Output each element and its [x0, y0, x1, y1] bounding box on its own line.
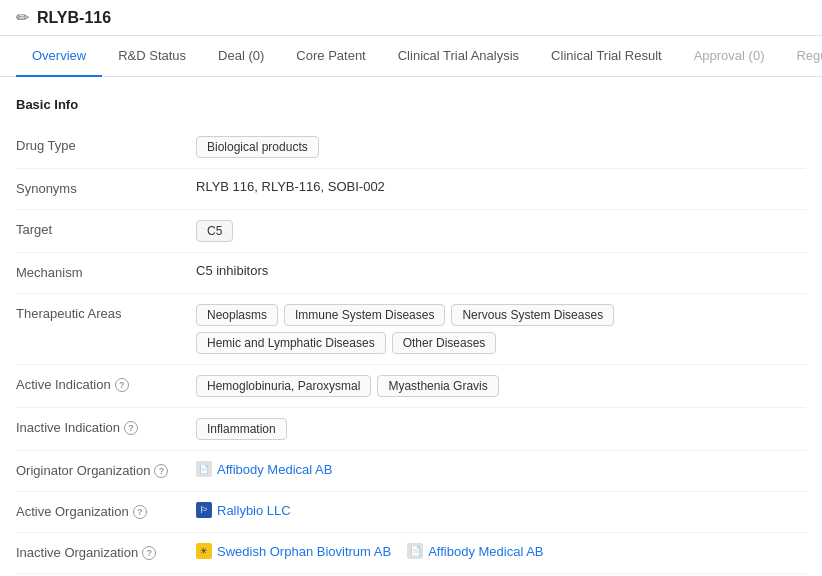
tag-hemic-lymphatic-diseases: Hemic and Lymphatic Diseases [196, 332, 386, 354]
value-inactive-org: ✳ Swedish Orphan Biovitrum AB 📄 Affibody… [196, 543, 806, 559]
tag-inflammation: Inflammation [196, 418, 287, 440]
info-icon-originator-org[interactable]: ? [154, 464, 168, 478]
tab-bar: Overview R&D Status Deal (0) Core Patent… [0, 36, 822, 77]
tab-clinical-trial-analysis[interactable]: Clinical Trial Analysis [382, 36, 535, 77]
main-content: Basic Info Drug Type Biological products… [0, 77, 822, 576]
tag-hemoglobinuria: Hemoglobinuria, Paroxysmal [196, 375, 371, 397]
label-originator-org: Originator Organization ? [16, 461, 196, 478]
tab-overview[interactable]: Overview [16, 36, 102, 77]
tag-immune-system-diseases: Immune System Diseases [284, 304, 445, 326]
label-drug-type: Drug Type [16, 136, 196, 153]
label-synonyms: Synonyms [16, 179, 196, 196]
value-therapeutic-areas: Neoplasms Immune System Diseases Nervous… [196, 304, 806, 354]
tab-approval: Approval (0) [678, 36, 781, 77]
org-logo-affibody-inactive: 📄 [407, 543, 423, 559]
label-mechanism: Mechanism [16, 263, 196, 280]
field-active-indication: Active Indication ? Hemoglobinuria, Paro… [16, 367, 806, 405]
label-target: Target [16, 220, 196, 237]
org-rallybio: 🏳 Rallybio LLC [196, 502, 291, 518]
section-basic-info: Basic Info [16, 97, 806, 112]
tab-rd-status[interactable]: R&D Status [102, 36, 202, 77]
tab-core-patent[interactable]: Core Patent [280, 36, 381, 77]
org-name-rallybio[interactable]: Rallybio LLC [217, 503, 291, 518]
org-name-swedish-orphan[interactable]: Swedish Orphan Biovitrum AB [217, 544, 391, 559]
label-therapeutic-areas: Therapeutic Areas [16, 304, 196, 321]
field-mechanism: Mechanism C5 inhibitors [16, 255, 806, 291]
edit-icon: ✏ [16, 8, 29, 27]
field-originator-org: Originator Organization ? 📄 Affibody Med… [16, 453, 806, 489]
field-drug-type: Drug Type Biological products [16, 128, 806, 166]
org-affibody-originator: 📄 Affibody Medical AB [196, 461, 332, 477]
value-drug-type: Biological products [196, 136, 806, 158]
value-originator-org: 📄 Affibody Medical AB [196, 461, 806, 477]
field-inactive-org: Inactive Organization ? ✳ Swedish Orphan… [16, 535, 806, 571]
org-swedish-orphan: ✳ Swedish Orphan Biovitrum AB [196, 543, 391, 559]
value-mechanism: C5 inhibitors [196, 263, 806, 278]
mechanism-text: C5 inhibitors [196, 263, 268, 278]
value-inactive-indication: Inflammation [196, 418, 806, 440]
label-inactive-org: Inactive Organization ? [16, 543, 196, 560]
org-logo-rallybio: 🏳 [196, 502, 212, 518]
tag-nervous-system-diseases: Nervous System Diseases [451, 304, 614, 326]
label-inactive-indication: Inactive Indication ? [16, 418, 196, 435]
value-active-org: 🏳 Rallybio LLC [196, 502, 806, 518]
value-target: C5 [196, 220, 806, 242]
page-header: ✏ RLYB-116 [0, 0, 822, 36]
org-logo-swedish-orphan: ✳ [196, 543, 212, 559]
tab-clinical-trial-result[interactable]: Clinical Trial Result [535, 36, 678, 77]
field-therapeutic-areas: Therapeutic Areas Neoplasms Immune Syste… [16, 296, 806, 362]
org-logo-affibody-originator: 📄 [196, 461, 212, 477]
field-synonyms: Synonyms RLYB 116, RLYB-116, SOBI-002 [16, 171, 806, 207]
field-active-org: Active Organization ? 🏳 Rallybio LLC [16, 494, 806, 530]
tag-myasthenia-gravis: Myasthenia Gravis [377, 375, 498, 397]
label-active-indication: Active Indication ? [16, 375, 196, 392]
synonyms-text: RLYB 116, RLYB-116, SOBI-002 [196, 179, 385, 194]
page-title: RLYB-116 [37, 9, 111, 27]
tab-regulation: Regulation (0) [780, 36, 822, 77]
tag-other-diseases: Other Diseases [392, 332, 497, 354]
label-active-org: Active Organization ? [16, 502, 196, 519]
value-active-indication: Hemoglobinuria, Paroxysmal Myasthenia Gr… [196, 375, 806, 397]
field-target: Target C5 [16, 212, 806, 250]
org-affibody-inactive: 📄 Affibody Medical AB [407, 543, 543, 559]
tag-target[interactable]: C5 [196, 220, 233, 242]
info-icon-active-indication[interactable]: ? [115, 378, 129, 392]
value-synonyms: RLYB 116, RLYB-116, SOBI-002 [196, 179, 806, 194]
org-name-affibody-inactive[interactable]: Affibody Medical AB [428, 544, 543, 559]
tag-neoplasms: Neoplasms [196, 304, 278, 326]
info-icon-inactive-indication[interactable]: ? [124, 421, 138, 435]
field-inactive-indication: Inactive Indication ? Inflammation [16, 410, 806, 448]
tag-drug-type: Biological products [196, 136, 319, 158]
info-icon-inactive-org[interactable]: ? [142, 546, 156, 560]
info-icon-active-org[interactable]: ? [133, 505, 147, 519]
org-name-affibody-originator[interactable]: Affibody Medical AB [217, 462, 332, 477]
tab-deal[interactable]: Deal (0) [202, 36, 280, 77]
